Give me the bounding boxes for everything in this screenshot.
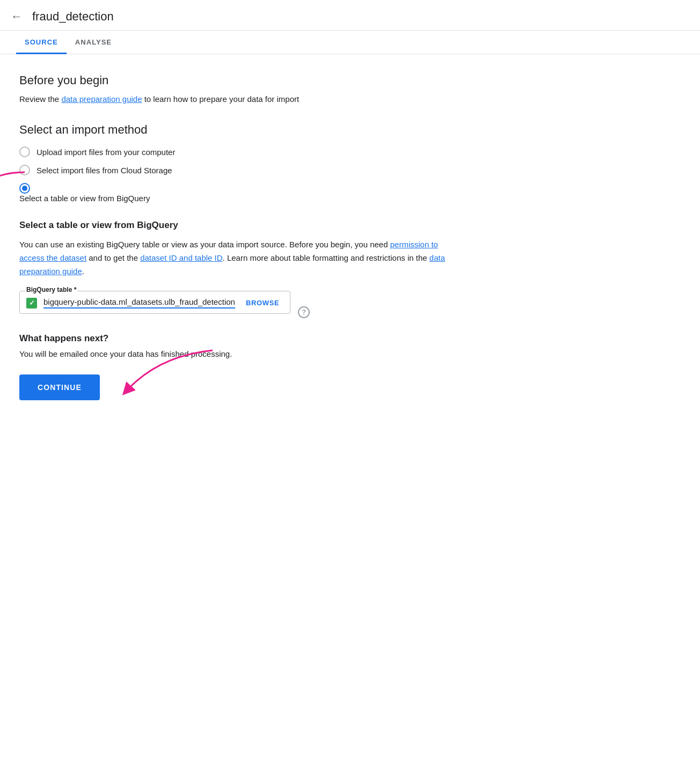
continue-button[interactable]: CONTINUE — [19, 374, 100, 400]
radio-upload-circle — [19, 146, 30, 157]
browse-button[interactable]: BROWSE — [242, 297, 283, 309]
bigquery-section: Select a table or view from BigQuery You… — [19, 220, 464, 333]
bigquery-table-label: BigQuery table * — [25, 286, 77, 293]
dataset-id-link[interactable]: dataset ID and table ID — [140, 253, 222, 262]
import-method-section: Select an import method Upload import fi… — [19, 123, 464, 203]
radio-cloud-storage-circle — [19, 165, 30, 175]
bigquery-table-field: BigQuery table * bigquery-public-data.ml… — [19, 291, 290, 314]
bigquery-checkbox — [26, 298, 37, 308]
help-icon[interactable]: ? — [298, 306, 310, 318]
bigquery-field-inner: bigquery-public-data.ml_datasets.ulb_fra… — [26, 295, 283, 309]
header: ← fraud_detection — [0, 0, 700, 31]
import-method-radio-group: Upload import files from your computer S… — [19, 146, 464, 203]
what-next-text: You will be emailed once your data has f… — [19, 349, 464, 358]
tab-source[interactable]: SOURCE — [16, 31, 67, 54]
radio-cloud-storage-label: Select import files from Cloud Storage — [37, 166, 172, 175]
radio-bigquery[interactable]: Select a table or view from BigQuery — [19, 183, 150, 203]
before-begin-section: Before you begin Review the data prepara… — [19, 74, 464, 106]
before-begin-title: Before you begin — [19, 74, 464, 87]
bigquery-table-value[interactable]: bigquery-public-data.ml_datasets.ulb_fra… — [43, 297, 235, 308]
tab-analyse[interactable]: ANALYSE — [67, 31, 120, 54]
radio-cloud-storage[interactable]: Select import files from Cloud Storage — [19, 165, 464, 175]
radio-upload[interactable]: Upload import files from your computer — [19, 146, 464, 157]
tabs-bar: SOURCE ANALYSE — [0, 31, 700, 54]
bigquery-section-title: Select a table or view from BigQuery — [19, 220, 464, 231]
main-content: Before you begin Review the data prepara… — [0, 54, 483, 432]
import-method-title: Select an import method — [19, 123, 464, 137]
data-prep-guide-link-1[interactable]: data preparation guide — [61, 94, 142, 104]
radio-bigquery-circle — [19, 183, 30, 194]
what-next-title: What happens next? — [19, 333, 464, 344]
radio-upload-label: Upload import files from your computer — [37, 148, 175, 157]
what-next-section: What happens next? You will be emailed o… — [19, 333, 464, 400]
bigquery-description: You can use an existing BigQuery table o… — [19, 238, 464, 278]
page-title: fraud_detection — [32, 10, 114, 24]
radio-bigquery-label: Select a table or view from BigQuery — [19, 194, 150, 203]
back-button[interactable]: ← — [11, 11, 23, 23]
before-begin-text: Review the data preparation guide to lea… — [19, 93, 464, 106]
